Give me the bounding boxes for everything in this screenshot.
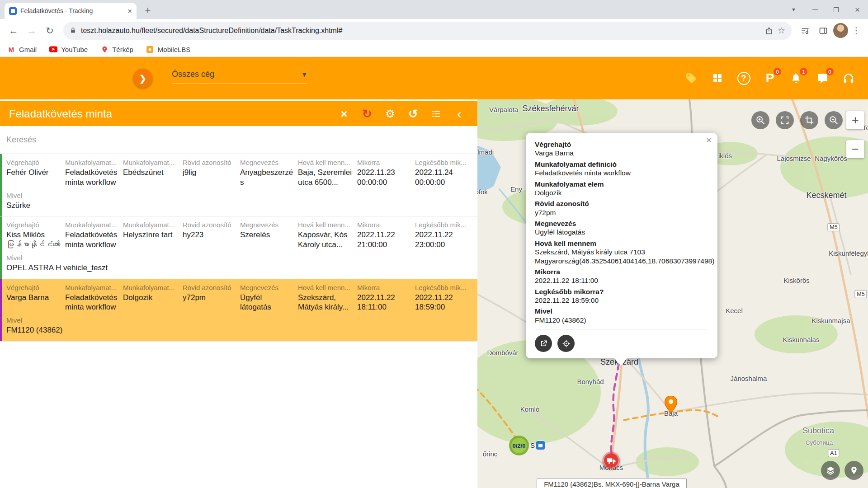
vehicle-tooltip-label: FM1120 (43862)Bs. MKX-690-[]-Barna Varga [537,478,687,488]
show-markers-icon[interactable] [844,461,863,480]
col-label: Mivel [6,254,475,262]
executor-value: Varga Barna [6,293,65,303]
parking-icon[interactable]: P 0 [762,70,778,86]
reload-button[interactable]: ↻ [42,23,58,39]
popup-field-label: Végrehajtó [535,140,708,149]
forward-button[interactable]: → [24,23,40,39]
road-shield: M5 [854,290,867,298]
headset-icon[interactable] [841,70,856,86]
crop-region-icon[interactable] [800,111,818,129]
close-window-button[interactable]: × [847,0,868,19]
panel-header-icons: × ↻ ⚙ ↺ ‹ [338,108,466,120]
layers-icon[interactable] [821,461,840,480]
side-panel-icon[interactable] [815,23,831,39]
tab-close-icon[interactable]: × [127,7,132,15]
popup-field-value: y72pm [535,208,708,217]
app-header: ❯ Összes cég ▼ ? P 0 1 0 [0,57,868,99]
help-icon[interactable]: ? [736,70,751,86]
browser-menu-icon[interactable]: ⋮ [850,25,863,36]
map-place-label: Kiskunhalas [783,336,820,343]
fullscreen-icon[interactable] [776,111,794,129]
short-id-value: y72pm [183,293,240,303]
tab-title: Feladatkövetés - Tracking [20,7,124,14]
col-label: Megnevezés [240,221,298,229]
back-button[interactable]: ← [5,23,22,39]
col-label: Végrehajtó [6,284,65,291]
poi-chip-marker[interactable] [536,441,545,450]
col-label: Legkésőbb mik... [415,284,475,291]
popup-field-label: Megnevezés [535,219,708,228]
minimize-button[interactable] [804,0,826,19]
share-icon[interactable] [765,27,773,35]
vehicle-value: OPEL ASTRA H vehicle_teszt [6,263,475,273]
short-id-value: j9lig [183,168,240,178]
destination-value: Szekszárd, Mátyás király... [298,293,357,313]
collapse-panel-icon[interactable]: ‹ [453,108,466,120]
map-pin-icon [100,45,108,53]
bookmark-label: YouTube [61,46,88,53]
map-info-popup: × VégrehajtóVarga Barna Munkafolyamat de… [526,133,717,358]
popup-close-icon[interactable]: × [706,136,712,145]
chat-icon[interactable]: 0 [815,70,830,86]
bookmark-mobilelbs[interactable]: MobileLBS [146,45,191,53]
vehicle-cluster-marker[interactable]: 0/2/0 [509,436,529,455]
map-place-label: Kecskemét [806,191,846,200]
col-label: Hová kell menn... [298,221,357,229]
col-label: Megnevezés [240,284,298,291]
task-row-selected[interactable]: VégrehajtóVarga Barna Munkafolyamat...Fe… [0,279,477,342]
media-controls-icon[interactable] [797,23,813,39]
zoom-area-in-icon[interactable] [751,111,769,129]
col-label: Mivel [6,316,475,324]
vehicle-value: FM1120 (43862) [6,325,475,335]
dashboard-grid-icon[interactable] [710,70,725,86]
locate-on-map-button[interactable] [557,335,575,352]
workflow-def-value: Feladatkövetés minta workflow [65,230,123,250]
col-label: Hová kell menn... [298,284,357,291]
vehicle-truck-marker[interactable] [603,452,620,469]
bookmark-star-icon[interactable]: ☆ [778,25,785,36]
col-label: Mivel [6,192,475,199]
notifications-bell-icon[interactable]: 1 [788,70,804,86]
profile-avatar[interactable] [833,23,848,38]
road-shield: A1 [828,449,839,457]
tag-icon[interactable] [684,70,699,86]
address-bar[interactable]: teszt.holazauto.hu/fleet/secured/dataStr… [63,22,792,40]
workflow-def-value: Feladatkövetés minta workflow [65,293,123,313]
col-label: Munkafolyamat... [123,159,183,166]
popup-field-value: Ügyfél látogatás [535,228,708,236]
destination-value: Baja, Szeremlei utca 6500... [298,168,357,188]
search-input[interactable] [6,135,471,145]
map-place-label: Jánoshalma [731,375,767,382]
bookmark-youtube[interactable]: YouTube [49,45,88,53]
settings-gear-icon[interactable]: ⚙ [384,108,396,120]
auto-refresh-icon[interactable]: ↻ [361,108,373,120]
bookmark-gmail[interactable]: M Gmail [7,45,37,53]
task-pin-marker[interactable] [665,396,677,415]
open-details-button[interactable] [535,335,552,352]
bookmark-terkep[interactable]: Térkép [100,45,133,53]
zoom-in-button[interactable]: + [846,111,864,129]
expand-menu-button[interactable]: ❯ [133,69,152,88]
map-place-label: Várpalota [489,106,518,113]
map-canvas[interactable]: Várpalota Székesfehérvár almádi Siófok E… [477,99,868,488]
executor-value: Fehér Olivér [6,168,65,178]
history-icon[interactable]: ↺ [407,108,420,120]
latest-value: 2022.11.22 23:00:00 [415,230,475,250]
map-place-label: őrinc [483,450,498,458]
task-row[interactable]: VégrehajtóFehér Olivér Munkafolyamat...F… [0,154,477,216]
maximize-button[interactable] [826,0,847,19]
browser-tab[interactable]: Feladatkövetés - Tracking × [5,3,137,19]
zoom-area-out-icon[interactable] [825,111,843,129]
panel-close-icon[interactable]: × [338,108,350,120]
zoom-out-button[interactable]: − [846,140,864,158]
task-row[interactable]: VégrehajtóKiss Miklós မြန်မာနိုင်ငံတော် … [0,216,477,279]
map-place-label: Dombóvár [487,349,518,357]
short-id-value: hy223 [183,230,240,240]
popup-field-label: Mivel [535,307,708,315]
company-select[interactable]: Összes cég ▼ [172,70,307,84]
new-tab-button[interactable]: + [142,5,154,15]
chat-badge: 0 [826,68,834,75]
bookmark-label: Térkép [112,46,133,53]
list-view-icon[interactable] [430,108,443,120]
tab-search-button[interactable]: ▼ [783,0,804,19]
